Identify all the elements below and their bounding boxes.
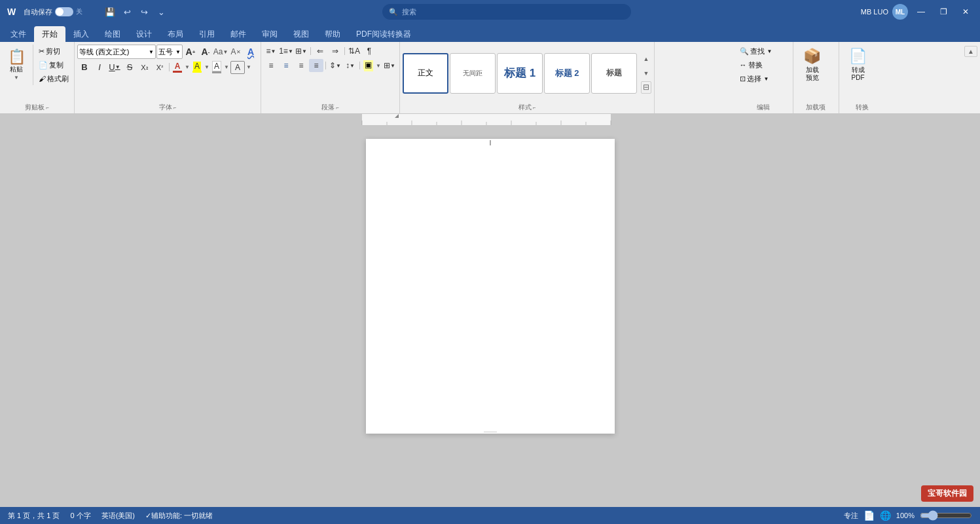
font-color-button[interactable]: A: [172, 61, 183, 73]
font-family-dropdown[interactable]: ▼: [149, 49, 154, 55]
shading-dropdown[interactable]: ▼: [223, 62, 230, 73]
text-effects-button[interactable]: A: [244, 45, 258, 58]
align-left-button[interactable]: ≡: [264, 59, 278, 72]
style-heading-preview: 标题: [606, 67, 622, 79]
clipboard-group-label[interactable]: 剪贴板 ⌐: [3, 102, 71, 113]
font-group-label[interactable]: 字体 ⌐: [77, 102, 258, 113]
font-family-select[interactable]: 等线 (西文正文) ▼: [77, 45, 156, 59]
align-right-button[interactable]: ≡: [294, 59, 308, 72]
minimize-button[interactable]: —: [912, 3, 930, 21]
show-formatting-button[interactable]: ¶: [362, 45, 376, 58]
tab-pdf[interactable]: PDF阅读转换器: [348, 26, 419, 42]
ribbon-collapse-button[interactable]: ▲: [964, 46, 977, 57]
strikethrough-button[interactable]: S: [122, 61, 137, 74]
convert-pdf-button[interactable]: 📄 转成PDF: [842, 45, 875, 85]
document-page[interactable]: [366, 139, 615, 434]
para-border-button[interactable]: ⊞▼: [382, 59, 397, 72]
font-size-dropdown[interactable]: ▼: [175, 49, 181, 55]
para-shading-button[interactable]: ▣: [362, 60, 374, 72]
styles-group-label[interactable]: 样式 ⌐: [403, 102, 651, 113]
font-shrink-button[interactable]: A-: [198, 45, 213, 58]
bold-button[interactable]: B: [77, 61, 92, 74]
tab-references[interactable]: 引用: [191, 26, 223, 42]
editing-group-label[interactable]: 编辑: [737, 102, 790, 113]
justify-button[interactable]: ≡: [309, 59, 323, 72]
replace-button[interactable]: ↔ 替换: [737, 58, 765, 71]
underline-button[interactable]: U▼: [107, 61, 122, 74]
border-dropdown[interactable]: ▼: [245, 62, 252, 73]
clear-formatting-button[interactable]: A✕: [228, 45, 243, 58]
tab-home[interactable]: 开始: [34, 26, 65, 42]
format-painter-button[interactable]: 🖌 格式刷: [36, 72, 71, 85]
font-color-dropdown[interactable]: ▼: [184, 62, 191, 73]
tab-insert[interactable]: 插入: [65, 26, 97, 42]
view-focus-button[interactable]: 专注: [844, 511, 858, 521]
autosave-toggle[interactable]: [55, 7, 73, 16]
multilevel-list-button[interactable]: ⊞▼: [294, 45, 308, 58]
highlight-color-button[interactable]: A: [191, 61, 203, 73]
font-size-select[interactable]: 五号 ▼: [156, 45, 183, 59]
select-dropdown[interactable]: ▼: [764, 76, 769, 82]
close-button[interactable]: ✕: [956, 3, 975, 21]
tab-review[interactable]: 审阅: [254, 26, 285, 42]
shading-button[interactable]: A: [211, 60, 223, 74]
tab-file[interactable]: 文件: [3, 26, 34, 42]
line-spacing-button[interactable]: ⇕▼: [328, 59, 342, 72]
tab-layout[interactable]: 布局: [160, 26, 191, 42]
increase-indent-button[interactable]: ⇒: [328, 45, 342, 58]
tab-mailings[interactable]: 邮件: [223, 26, 254, 42]
styles-expand-icon: ⌐: [533, 105, 536, 111]
para-spacing-button[interactable]: ↕▼: [343, 59, 357, 72]
subscript-button[interactable]: X₂: [137, 61, 152, 74]
superscript-button[interactable]: X²: [153, 61, 167, 74]
view-print-icon[interactable]: 📄: [863, 510, 875, 521]
clipboard-group: 📋 粘贴 ▼ ✂ 剪切 📄 复制 🖌 格式刷: [0, 42, 75, 113]
underline-dropdown[interactable]: ▼: [115, 64, 120, 70]
border-button[interactable]: A: [230, 61, 245, 74]
align-center-button[interactable]: ≡: [279, 59, 293, 72]
addins-group-label[interactable]: 加载项: [796, 102, 836, 113]
styles-scroll-up[interactable]: ▲: [641, 53, 651, 66]
search-box[interactable]: 🔍 搜索: [382, 4, 631, 20]
paragraph-group-label[interactable]: 段落 ⌐: [264, 102, 397, 113]
styles-expand[interactable]: ⊟: [641, 81, 651, 94]
language[interactable]: 英语(美国): [101, 511, 135, 521]
tab-draw[interactable]: 绘图: [97, 26, 128, 42]
style-heading1[interactable]: 标题 1: [497, 53, 543, 94]
undo-icon[interactable]: ↩: [119, 4, 135, 20]
convert-group-label[interactable]: 转换: [842, 102, 882, 113]
tab-view[interactable]: 视图: [285, 26, 317, 42]
style-heading2[interactable]: 标题 2: [544, 53, 590, 94]
style-heading[interactable]: 标题: [591, 53, 637, 94]
italic-button[interactable]: I: [92, 61, 107, 74]
tab-help[interactable]: 帮助: [317, 26, 348, 42]
highlight-color-dropdown[interactable]: ▼: [204, 62, 210, 73]
find-button[interactable]: 🔍 查找 ▼: [737, 45, 775, 58]
paragraph-row1: ≡▼ 1≡▼ ⊞▼ ⇐ ⇒ ⇅A ¶: [264, 45, 376, 58]
view-web-icon[interactable]: 🌐: [880, 510, 891, 521]
zoom-slider[interactable]: [920, 510, 972, 521]
redo-icon[interactable]: ↪: [136, 4, 152, 20]
bullet-list-button[interactable]: ≡▼: [264, 45, 278, 58]
numbered-list-button[interactable]: 1≡▼: [279, 45, 293, 58]
tab-design[interactable]: 设计: [128, 26, 160, 42]
style-normal[interactable]: 正文: [403, 53, 448, 94]
font-grow-button[interactable]: A+: [183, 45, 198, 58]
decrease-indent-button[interactable]: ⇐: [313, 45, 327, 58]
styles-scroll-down[interactable]: ▼: [641, 67, 651, 79]
user-avatar[interactable]: ML: [892, 4, 908, 20]
save-icon[interactable]: 💾: [102, 4, 118, 20]
para-shading-dropdown[interactable]: ▼: [375, 60, 382, 71]
quick-access-more-icon[interactable]: ⌄: [153, 4, 169, 20]
sort-button[interactable]: ⇅A: [347, 45, 361, 58]
find-dropdown[interactable]: ▼: [767, 48, 772, 54]
paste-button[interactable]: 📋 粘贴 ▼: [3, 45, 30, 85]
font-case-button[interactable]: Aa▼: [213, 45, 228, 58]
select-button[interactable]: ⊡ 选择 ▼: [737, 72, 772, 85]
restore-button[interactable]: ❐: [934, 3, 953, 21]
cut-button[interactable]: ✂ 剪切: [36, 45, 71, 58]
style-nospace[interactable]: 无间距: [450, 53, 496, 94]
addins-preview-button[interactable]: 📦 加载预览: [796, 45, 829, 85]
paste-dropdown[interactable]: ▼: [14, 75, 19, 81]
copy-button[interactable]: 📄 复制: [36, 58, 71, 71]
